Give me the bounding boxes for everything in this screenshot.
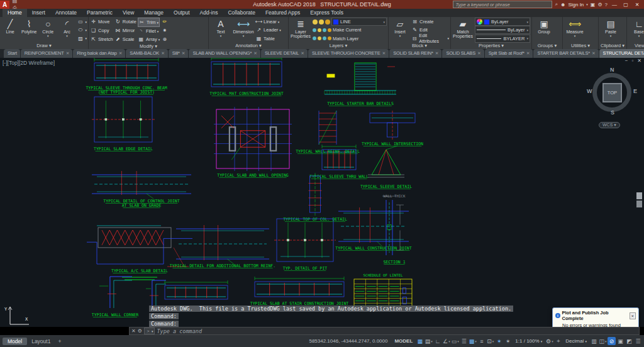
command-customize-icon[interactable]: ⚙	[138, 328, 142, 334]
graphics-performance-icon[interactable]: ◫▾	[599, 337, 607, 345]
ribbon-tab-collaborate[interactable]: Collaborate	[223, 9, 260, 17]
layer-on-icon[interactable]	[313, 19, 318, 25]
panel-label-layers[interactable]: Layers ▾	[289, 43, 388, 49]
tab-close-icon[interactable]: ✕	[161, 51, 165, 56]
model-tab[interactable]: Model	[3, 338, 27, 345]
text-button[interactable]: AText▾	[210, 18, 231, 43]
cad-detail-pit-detail[interactable]: TYP. DETAIL OF PIT	[274, 219, 336, 271]
tab-close-icon[interactable]: ✕	[592, 51, 596, 56]
viewcube-north[interactable]: N	[610, 67, 614, 73]
lineweight-dropdown[interactable]: ByLayer▾	[475, 26, 530, 34]
array-button[interactable]: ▦Array▾	[138, 35, 160, 43]
model-space-toggle[interactable]: MODEL	[392, 338, 415, 344]
drawing-restore-icon[interactable]: ▫	[631, 58, 633, 63]
file-tab-ring-balok-dan-atap[interactable]: Ring balok dan Atap✕	[73, 49, 125, 58]
lineweight-icon[interactable]: ≡	[477, 337, 486, 345]
panel-label-modify[interactable]: Modify ▾	[89, 43, 208, 49]
ribbon-tab-featured-apps[interactable]: Featured Apps	[260, 9, 305, 17]
tab-close-icon[interactable]: ✕	[526, 51, 530, 56]
object-color-dropdown[interactable]: ByLayer▾	[475, 18, 530, 26]
file-tab-samb-balok[interactable]: SAMB-BALOK✕	[126, 49, 167, 58]
file-tab-split-slab-at-roof-[interactable]: Split Slab at Roof*✕	[485, 49, 533, 58]
drawing-minimize-icon[interactable]: −	[625, 58, 628, 63]
minimize-button[interactable]: —	[610, 1, 619, 8]
cad-detail-stair-mid[interactable]	[165, 280, 228, 299]
command-line[interactable]: ✕ ⚙ ＞▾ Type a command	[129, 327, 640, 335]
ortho-icon[interactable]: ∟	[433, 337, 441, 345]
viewcube-top-face[interactable]: TOP	[602, 83, 622, 102]
annotation-scale-control[interactable]: 1:1 / 100% ▾	[513, 338, 545, 344]
cad-detail-wall-reinf[interactable]: TYPICAL WALL REINF. DETAIL	[296, 111, 360, 154]
tab-close-icon[interactable]: ✕	[182, 51, 186, 56]
ribbon-tab-manage[interactable]: Manage	[139, 9, 169, 17]
edit-attributes-button[interactable]: ⊟Edit Attributes▾	[411, 35, 449, 43]
ribbon-tab-view[interactable]: View	[118, 9, 139, 17]
cad-detail-wall-constr-joint[interactable]: TYPICAL WALL CONSTRUCTION JOINT	[335, 207, 411, 251]
ucs-icon[interactable]: YX	[4, 307, 29, 324]
restore-button[interactable]: ▢	[621, 1, 630, 8]
cad-detail-top-of-col[interactable]: TYPICAL TOP OF COL. DETAIL	[283, 173, 347, 222]
arc-button[interactable]: ◜Arc▾	[58, 18, 75, 43]
workspace-switching-icon[interactable]: ⚙▾	[545, 337, 553, 345]
file-tab-sill-[interactable]: Sill*✕	[169, 49, 189, 58]
autoscale-icon[interactable]: ✶	[504, 337, 512, 345]
cad-detail-control-joint[interactable]: TYPICAL DETAIL OF CONTROL JOINTAT SLAB O…	[92, 171, 191, 208]
copy-button[interactable]: ❏Copy	[90, 26, 113, 35]
match-layer-button[interactable]: Match Layer	[313, 35, 387, 43]
tab-close-icon[interactable]: ✕	[119, 51, 123, 56]
save-as-icon[interactable]: ▤	[11, 0, 19, 4]
cad-detail-lintel-schedule[interactable]: SCHEDULE OF LINTEL	[354, 273, 412, 308]
tab-close-icon[interactable]: ✕	[382, 51, 386, 56]
viewport-controls[interactable]: [-][Top][2D Wireframe]	[3, 60, 55, 66]
sign-in-button[interactable]: Sign In	[568, 2, 584, 8]
file-tab-solid-slab-rein-[interactable]: SOLID SLAB REIN*✕	[389, 49, 441, 58]
paste-button[interactable]: ▤Paste▾	[600, 18, 621, 43]
mirror-button[interactable]: ⋈Mirror	[114, 26, 136, 35]
scale-button[interactable]: ⬈Scale	[114, 35, 136, 43]
viewport-scrollbar[interactable]	[636, 192, 642, 207]
tab-close-icon[interactable]: ✕	[301, 51, 304, 56]
notification-close-icon[interactable]: ✕	[630, 312, 636, 319]
close-button[interactable]: ✕	[633, 1, 641, 8]
file-tab-start[interactable]: Start	[4, 49, 20, 58]
viewcube-south[interactable]: S	[611, 109, 614, 116]
file-tab-structural-detail-[interactable]: STRUCTURAL DETAIL*✕	[599, 49, 644, 58]
cad-detail-sleeve-thru-beam[interactable]: TYPICAL SLEEVE THROUGH CONC. BEAM(NOT TY…	[86, 58, 167, 95]
file-tab-sleeve-detail[interactable]: SLEEVE DETAIL✕	[261, 49, 308, 58]
user-icon[interactable]: ☻	[560, 2, 565, 8]
file-tab-solid-slabs[interactable]: SOLID SLABS✕	[442, 49, 484, 58]
object-snap-tracking-icon[interactable]: ☰	[460, 337, 468, 345]
cad-detail-ac-slab[interactable]: TYPICAL A/C SLAB DETAIL	[87, 226, 192, 280]
recent-commands-icon[interactable]: ＞▾	[144, 328, 155, 334]
polar-tracking-icon[interactable]: ∠▾	[442, 337, 450, 345]
measure-button[interactable]: ⟺Measure▾	[564, 18, 586, 43]
isodraft-icon[interactable]: ▭▾	[451, 337, 459, 345]
sign-in-caret-icon[interactable]: ▾	[586, 3, 588, 6]
linetype-dropdown[interactable]: BYLAYER▾	[475, 35, 530, 43]
ribbon-tab-home[interactable]: Home	[3, 9, 27, 17]
panel-label-groups[interactable]: Groups ▾	[532, 43, 562, 49]
fillet-button[interactable]: ◝Fillet▾	[138, 27, 160, 35]
cad-detail-slab-edge[interactable]: TYPICAL SLAB EDGE DETAIL	[92, 97, 155, 151]
linear-button[interactable]: ⟷Linear▾	[255, 18, 281, 26]
viewcube[interactable]: N W E S TOP WCS ▾	[589, 68, 636, 137]
tab-close-icon[interactable]: ✕	[66, 51, 70, 56]
match-properties-button[interactable]: ▰Match Properties	[452, 18, 474, 43]
layer-lock-icon[interactable]	[325, 19, 330, 25]
rotate-button[interactable]: ↻Rotate	[114, 18, 136, 26]
new-layout-button[interactable]: +	[55, 338, 64, 345]
panel-label-draw[interactable]: Draw ▾	[0, 43, 88, 49]
tab-close-icon[interactable]: ✕	[253, 51, 257, 56]
cad-detail-slab-wall-opening[interactable]: TYPICAL SLAB AND WALL OPENING	[214, 107, 292, 178]
stretch-button[interactable]: ⇱Stretch	[90, 35, 113, 43]
command-close-icon[interactable]: ✕	[131, 328, 136, 334]
quick-properties-icon[interactable]: ▥	[590, 337, 598, 345]
make-current-button[interactable]: Make Current	[313, 26, 387, 34]
cad-detail-bottom-reinf[interactable]: TYPICAL DETAIL FOR ADDITIONAL BOTTOM REI…	[170, 225, 275, 268]
ribbon-tab-output[interactable]: Output	[169, 9, 195, 17]
panel-label-view[interactable]: View ▾	[627, 43, 644, 49]
ribbon-tab-annotate[interactable]: Annotate	[50, 9, 82, 17]
viewcube-wcs-menu[interactable]: WCS ▾	[599, 122, 620, 128]
create-button[interactable]: ⊞Create	[411, 18, 449, 26]
customization-plus-icon[interactable]: ＋	[554, 337, 562, 345]
